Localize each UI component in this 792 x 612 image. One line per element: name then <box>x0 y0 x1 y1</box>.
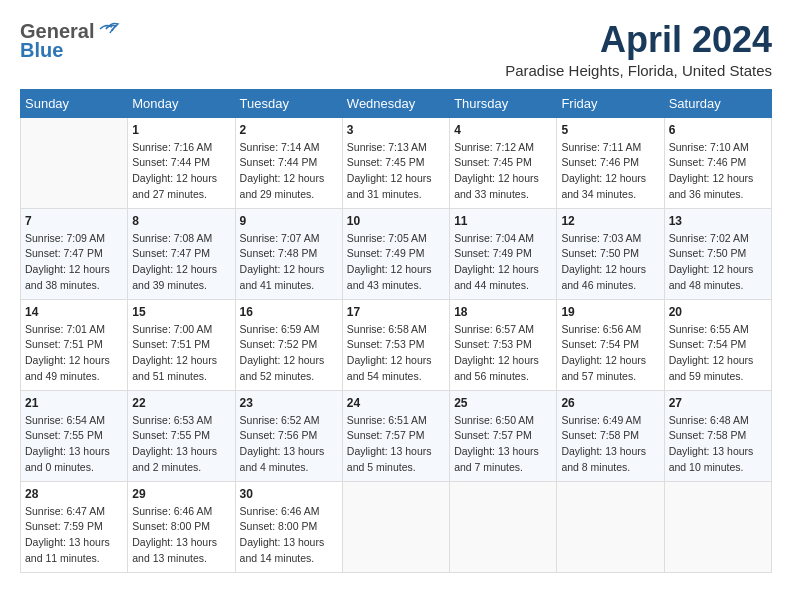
calendar-cell: 6Sunrise: 7:10 AMSunset: 7:46 PMDaylight… <box>664 117 771 208</box>
header-thursday: Thursday <box>450 89 557 117</box>
calendar-cell: 8Sunrise: 7:08 AMSunset: 7:47 PMDaylight… <box>128 208 235 299</box>
calendar-cell <box>450 481 557 572</box>
days-row: Sunday Monday Tuesday Wednesday Thursday… <box>21 89 772 117</box>
calendar-cell: 16Sunrise: 6:59 AMSunset: 7:52 PMDayligh… <box>235 299 342 390</box>
day-number: 7 <box>25 214 123 228</box>
day-number: 17 <box>347 305 445 319</box>
day-info: Sunrise: 6:49 AMSunset: 7:58 PMDaylight:… <box>561 413 659 476</box>
calendar-cell: 13Sunrise: 7:02 AMSunset: 7:50 PMDayligh… <box>664 208 771 299</box>
day-number: 29 <box>132 487 230 501</box>
day-number: 23 <box>240 396 338 410</box>
calendar-body: 1Sunrise: 7:16 AMSunset: 7:44 PMDaylight… <box>21 117 772 572</box>
logo-bird-icon <box>98 21 120 39</box>
calendar-cell: 23Sunrise: 6:52 AMSunset: 7:56 PMDayligh… <box>235 390 342 481</box>
day-number: 10 <box>347 214 445 228</box>
calendar-cell: 5Sunrise: 7:11 AMSunset: 7:46 PMDaylight… <box>557 117 664 208</box>
calendar-cell: 12Sunrise: 7:03 AMSunset: 7:50 PMDayligh… <box>557 208 664 299</box>
calendar-cell: 19Sunrise: 6:56 AMSunset: 7:54 PMDayligh… <box>557 299 664 390</box>
day-number: 22 <box>132 396 230 410</box>
day-number: 8 <box>132 214 230 228</box>
day-number: 2 <box>240 123 338 137</box>
day-number: 4 <box>454 123 552 137</box>
day-info: Sunrise: 6:46 AMSunset: 8:00 PMDaylight:… <box>240 504 338 567</box>
day-info: Sunrise: 7:01 AMSunset: 7:51 PMDaylight:… <box>25 322 123 385</box>
month-title: April 2024 <box>505 20 772 60</box>
day-number: 19 <box>561 305 659 319</box>
title-section: April 2024 Paradise Heights, Florida, Un… <box>505 20 772 79</box>
calendar-cell <box>21 117 128 208</box>
calendar-cell: 10Sunrise: 7:05 AMSunset: 7:49 PMDayligh… <box>342 208 449 299</box>
calendar-cell: 18Sunrise: 6:57 AMSunset: 7:53 PMDayligh… <box>450 299 557 390</box>
day-info: Sunrise: 7:04 AMSunset: 7:49 PMDaylight:… <box>454 231 552 294</box>
logo: General Blue <box>20 20 120 62</box>
calendar-cell: 14Sunrise: 7:01 AMSunset: 7:51 PMDayligh… <box>21 299 128 390</box>
day-info: Sunrise: 7:00 AMSunset: 7:51 PMDaylight:… <box>132 322 230 385</box>
day-number: 25 <box>454 396 552 410</box>
day-info: Sunrise: 6:53 AMSunset: 7:55 PMDaylight:… <box>132 413 230 476</box>
day-info: Sunrise: 7:11 AMSunset: 7:46 PMDaylight:… <box>561 140 659 203</box>
logo-blue-text: Blue <box>20 39 63 62</box>
day-number: 9 <box>240 214 338 228</box>
calendar-cell: 30Sunrise: 6:46 AMSunset: 8:00 PMDayligh… <box>235 481 342 572</box>
day-number: 6 <box>669 123 767 137</box>
day-info: Sunrise: 7:02 AMSunset: 7:50 PMDaylight:… <box>669 231 767 294</box>
calendar-week-3: 14Sunrise: 7:01 AMSunset: 7:51 PMDayligh… <box>21 299 772 390</box>
day-info: Sunrise: 6:58 AMSunset: 7:53 PMDaylight:… <box>347 322 445 385</box>
day-number: 16 <box>240 305 338 319</box>
header-wednesday: Wednesday <box>342 89 449 117</box>
day-number: 1 <box>132 123 230 137</box>
calendar-cell <box>342 481 449 572</box>
calendar-cell: 21Sunrise: 6:54 AMSunset: 7:55 PMDayligh… <box>21 390 128 481</box>
day-number: 24 <box>347 396 445 410</box>
calendar-week-5: 28Sunrise: 6:47 AMSunset: 7:59 PMDayligh… <box>21 481 772 572</box>
calendar-cell: 7Sunrise: 7:09 AMSunset: 7:47 PMDaylight… <box>21 208 128 299</box>
day-number: 21 <box>25 396 123 410</box>
day-info: Sunrise: 7:08 AMSunset: 7:47 PMDaylight:… <box>132 231 230 294</box>
day-number: 26 <box>561 396 659 410</box>
day-info: Sunrise: 6:55 AMSunset: 7:54 PMDaylight:… <box>669 322 767 385</box>
calendar-cell: 3Sunrise: 7:13 AMSunset: 7:45 PMDaylight… <box>342 117 449 208</box>
day-info: Sunrise: 7:07 AMSunset: 7:48 PMDaylight:… <box>240 231 338 294</box>
day-info: Sunrise: 7:03 AMSunset: 7:50 PMDaylight:… <box>561 231 659 294</box>
calendar-week-2: 7Sunrise: 7:09 AMSunset: 7:47 PMDaylight… <box>21 208 772 299</box>
day-number: 3 <box>347 123 445 137</box>
calendar-cell: 22Sunrise: 6:53 AMSunset: 7:55 PMDayligh… <box>128 390 235 481</box>
day-info: Sunrise: 6:47 AMSunset: 7:59 PMDaylight:… <box>25 504 123 567</box>
header-saturday: Saturday <box>664 89 771 117</box>
calendar-cell: 15Sunrise: 7:00 AMSunset: 7:51 PMDayligh… <box>128 299 235 390</box>
header-tuesday: Tuesday <box>235 89 342 117</box>
calendar-cell: 2Sunrise: 7:14 AMSunset: 7:44 PMDaylight… <box>235 117 342 208</box>
day-info: Sunrise: 7:13 AMSunset: 7:45 PMDaylight:… <box>347 140 445 203</box>
header-friday: Friday <box>557 89 664 117</box>
calendar-cell: 27Sunrise: 6:48 AMSunset: 7:58 PMDayligh… <box>664 390 771 481</box>
day-info: Sunrise: 7:10 AMSunset: 7:46 PMDaylight:… <box>669 140 767 203</box>
calendar-cell: 4Sunrise: 7:12 AMSunset: 7:45 PMDaylight… <box>450 117 557 208</box>
calendar-cell: 25Sunrise: 6:50 AMSunset: 7:57 PMDayligh… <box>450 390 557 481</box>
day-info: Sunrise: 6:46 AMSunset: 8:00 PMDaylight:… <box>132 504 230 567</box>
calendar-cell: 26Sunrise: 6:49 AMSunset: 7:58 PMDayligh… <box>557 390 664 481</box>
day-info: Sunrise: 6:59 AMSunset: 7:52 PMDaylight:… <box>240 322 338 385</box>
day-info: Sunrise: 6:48 AMSunset: 7:58 PMDaylight:… <box>669 413 767 476</box>
day-number: 5 <box>561 123 659 137</box>
calendar-week-4: 21Sunrise: 6:54 AMSunset: 7:55 PMDayligh… <box>21 390 772 481</box>
day-info: Sunrise: 7:14 AMSunset: 7:44 PMDaylight:… <box>240 140 338 203</box>
day-info: Sunrise: 6:50 AMSunset: 7:57 PMDaylight:… <box>454 413 552 476</box>
day-info: Sunrise: 7:05 AMSunset: 7:49 PMDaylight:… <box>347 231 445 294</box>
location-title: Paradise Heights, Florida, United States <box>505 62 772 79</box>
day-info: Sunrise: 6:57 AMSunset: 7:53 PMDaylight:… <box>454 322 552 385</box>
day-number: 20 <box>669 305 767 319</box>
calendar-cell: 11Sunrise: 7:04 AMSunset: 7:49 PMDayligh… <box>450 208 557 299</box>
header: General Blue April 2024 Paradise Heights… <box>20 20 772 79</box>
header-monday: Monday <box>128 89 235 117</box>
calendar-cell <box>557 481 664 572</box>
day-info: Sunrise: 7:09 AMSunset: 7:47 PMDaylight:… <box>25 231 123 294</box>
day-number: 30 <box>240 487 338 501</box>
header-sunday: Sunday <box>21 89 128 117</box>
day-info: Sunrise: 6:52 AMSunset: 7:56 PMDaylight:… <box>240 413 338 476</box>
day-info: Sunrise: 6:51 AMSunset: 7:57 PMDaylight:… <box>347 413 445 476</box>
calendar-cell: 17Sunrise: 6:58 AMSunset: 7:53 PMDayligh… <box>342 299 449 390</box>
day-number: 28 <box>25 487 123 501</box>
day-number: 11 <box>454 214 552 228</box>
calendar-table: Sunday Monday Tuesday Wednesday Thursday… <box>20 89 772 573</box>
day-number: 12 <box>561 214 659 228</box>
